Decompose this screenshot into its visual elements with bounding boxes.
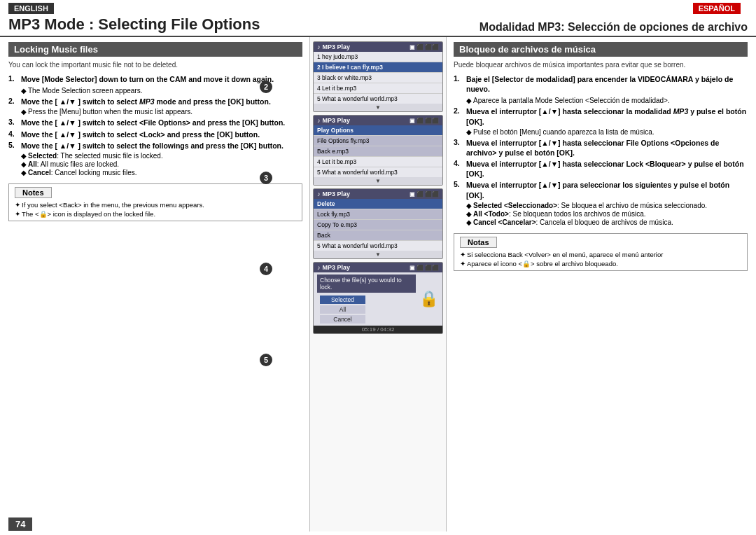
step5-text: Move the [ ▲/▼ ] switch to select the fo… [21,141,284,151]
screen2-row4: 4 Let it be.mp3 [314,83,442,94]
step3-num: 3. [8,118,21,126]
step5-sub1: Selected: The selected music file is loc… [28,152,163,160]
screen3-row4: 4 Let it be.mp3 [314,157,442,167]
screen4-music-icon: ♪ [317,190,321,197]
main-title-en: MP3 Mode : Selecting File Options [8,15,260,34]
lang-espanol-badge: ESPAÑOL [693,3,741,14]
step2-num: 2. [8,97,21,105]
screen5-prompt: Choose the file(s) you would to lock. [317,275,416,293]
step3-es-text: Mueva el interruptor [▲/▼] hasta selecci… [466,138,748,158]
note2: The <🔒> icon is displayed on the locked … [22,210,155,218]
step2-sub: Press the [Menu] button when the music l… [28,108,192,116]
step4-text: Move the [ ▲/▼ ] switch to select <Lock>… [21,130,260,139]
right-section-title: Bloqueo de archivos de música [454,42,748,57]
step-circle-4: 4 [260,263,272,275]
lock-icon: 🔒 [419,290,438,308]
screen2-row2: 2 I believe I can fly.mp3 [314,62,442,73]
step5-sub3: Cancel: Cancel locking music files. [28,169,137,176]
left-intro: You can lock the important music file no… [8,61,302,69]
step1-text: Move [Mode Selector] down to turn on the… [21,74,274,84]
screen2-music-icon: ♪ [317,43,321,50]
step5-num: 5. [8,141,21,149]
screen2-row3: 3 black or white.mp3 [314,73,442,83]
lang-english-badge: ENGLISH [8,3,54,14]
step-circle-5: 5 [260,354,272,366]
step2-es-num: 2. [454,106,466,126]
step2-es-text: Mueva el interruptor [▲/▼] hasta selecci… [466,106,748,126]
step4-es-num: 4. [454,159,466,179]
screen5-btn-selected: Selected [320,296,365,304]
step2-text: Move the [ ▲/▼ ] switch to select MP3 mo… [21,97,271,106]
screen5-btn-all: All [320,305,365,314]
step3-es-num: 3. [454,138,466,158]
screen5-btn-cancel: Cancel [320,315,365,324]
screenshots-column: ♪ MP3 Play ▣ ⬛ ⬛⬛ 1 hey jude.mp3 2 I bel… [310,37,447,531]
screen5-music-icon: ♪ [317,264,321,271]
header: ENGLISH ESPAÑOL MP3 Mode : Selecting Fil… [0,0,756,37]
step4-num: 4. [8,130,21,138]
screen4-title: MP3 Play [323,190,351,197]
screen4-row1: Delete [314,199,442,209]
nota1: Si selecciona Back <Volver> en el menú, … [467,251,663,258]
left-steps: 1. Move [Mode Selector] down to turn on … [8,74,302,176]
notes-title: Notes [15,187,52,198]
step5-sub2: All: All music files are locked. [28,160,119,168]
screen5-time: 05:19 / 04:32 [314,326,442,333]
step5-es-sub2: All <Todo>: Se bloquean todos los archiv… [473,210,646,218]
screen5-title: MP3 Play [323,264,351,271]
screen3-arrow: ▼ [314,177,442,185]
step1-es-text: Baje el [Selector de modalidad] para enc… [466,74,748,94]
notas-title: Notas [460,237,497,248]
main-title-es: Modalidad MP3: Selección de opciones de … [479,21,748,34]
step4-es-text: Mueva el interruptor [▲/▼] hasta selecci… [466,159,748,179]
screen2-status: ▣ ⬛ ⬛⬛ [410,44,439,50]
screen4-row3: Copy To e.mp3 [314,220,442,230]
step1-es-sub: Aparece la pantalla Mode Selection <Sele… [473,97,670,104]
screen2-row5: 5 What a wonderful world.mp3 [314,94,442,104]
screen-2: ♪ MP3 Play ▣ ⬛ ⬛⬛ 1 hey jude.mp3 2 I bel… [313,41,443,112]
screen3-row1: Play Options [314,125,442,136]
step1-sub: The Mode Selection screen appears. [28,87,142,95]
right-column: Bloqueo de archivos de música Puede bloq… [447,37,756,531]
step5-es-sub1: Selected <Seleccionado>: Se bloquea el a… [473,202,707,209]
step5-es-num: 5. [454,180,466,200]
screen5-status: ▣ ⬛ ⬛⬛ [410,265,439,271]
screen3-row3: Back e.mp3 [314,146,442,157]
screen-3: ♪ MP3 Play ▣ ⬛ ⬛⬛ Play Options File Opti… [313,115,443,186]
screen3-title: MP3 Play [323,117,351,124]
step5-es-sub3: Cancel <Cancelar>: Cancela el bloqueo de… [473,218,673,226]
screen3-row2: File Options fly.mp3 [314,136,442,146]
screen4-row2: Lock fly.mp3 [314,209,442,220]
step-circle-2: 2 [260,81,272,93]
screen3-music-icon: ♪ [317,117,321,124]
screen-4: ♪ MP3 Play ▣ ⬛ ⬛⬛ Delete Lock fly.mp3 Co… [313,188,443,259]
notes-box: Notes ✦ If you select <Back> in the menu… [8,183,302,221]
step2-es-sub: Pulse el botón [Menu] cuando aparezca la… [473,128,654,136]
left-section-title: Locking Music files [8,42,302,57]
screen-5: ♪ MP3 Play ▣ ⬛ ⬛⬛ Choose the file(s) you… [313,262,443,334]
page-number: 74 [8,517,32,531]
screen2-title: MP3 Play [323,43,351,50]
step-circle-3: 3 [260,172,272,184]
nota2: Aparece el icono <🔒> sobre el archivo bl… [467,260,618,268]
right-intro: Puede bloquear archivos de música import… [454,61,748,69]
screen4-row4: Back [314,230,442,241]
note1: If you select <Back> in the menu, the pr… [22,201,204,209]
step5-es-text: Mueva el interruptor [▲/▼] para seleccio… [466,180,748,200]
step3-text: Move the [ ▲/▼ ] switch to select <File … [21,118,285,127]
screen3-status: ▣ ⬛ ⬛⬛ [410,118,439,124]
screen2-arrow: ▼ [314,104,442,111]
screen2-row1: 1 hey jude.mp3 [314,52,442,62]
screen3-row5: 5 What a wonderful world.mp3 [314,167,442,177]
screen4-arrow: ▼ [314,251,442,258]
screen4-row5: 5 What a wonderful world.mp3 [314,241,442,251]
step1-num: 1. [8,74,21,83]
step1-es-num: 1. [454,74,466,94]
screen4-status: ▣ ⬛ ⬛⬛ [410,191,439,197]
left-column: Locking Music files You can lock the imp… [0,37,310,531]
notas-box: Notas ✦ Si selecciona Back <Volver> en e… [454,233,748,271]
right-steps: 1. Baje el [Selector de modalidad] para … [454,74,748,226]
